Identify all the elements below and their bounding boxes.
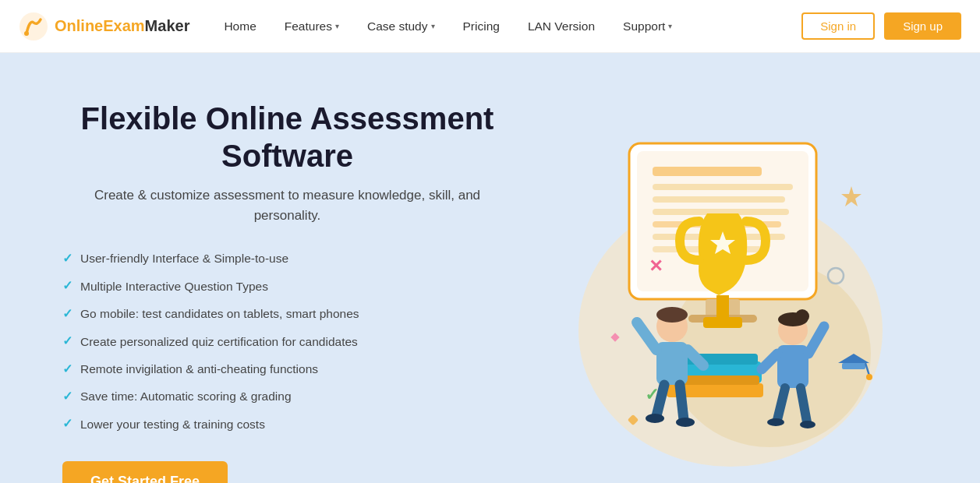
nav-buttons: Sign in Sign up — [801, 12, 961, 40]
nav-support[interactable]: Support ▾ — [610, 13, 685, 40]
signup-button[interactable]: Sign up — [884, 12, 961, 40]
hero-illustration: ✕ ✓ — [512, 92, 918, 483]
check-icon-1: ✓ — [62, 250, 73, 267]
list-item: ✓ Create personalized quiz certification… — [62, 333, 512, 350]
svg-text:✓: ✓ — [645, 385, 659, 404]
nav-lan[interactable]: LAN Version — [515, 13, 607, 40]
check-icon-2: ✓ — [62, 277, 73, 294]
navbar: OnlineExamMaker Home Features ▾ Case stu… — [0, 0, 980, 53]
svg-text:✕: ✕ — [649, 256, 663, 276]
features-list: ✓ User-friendly Interface & Simple-to-us… — [62, 250, 512, 433]
nav-links: Home Features ▾ Case study ▾ Pricing LAN… — [211, 13, 801, 40]
svg-rect-7 — [653, 184, 793, 190]
check-icon-5: ✓ — [62, 361, 73, 378]
svg-point-29 — [646, 414, 664, 423]
hero-title: Flexible Online Assessment Software — [62, 100, 512, 175]
features-arrow-icon: ▾ — [335, 22, 339, 30]
nav-pricing[interactable]: Pricing — [451, 13, 512, 40]
hero-content: Flexible Online Assessment Software Crea… — [62, 92, 512, 483]
nav-casestudy[interactable]: Case study ▾ — [355, 13, 448, 40]
svg-rect-6 — [653, 167, 762, 176]
svg-point-0 — [19, 12, 48, 41]
list-item: ✓ Save time: Automatic scoring & grading — [62, 388, 512, 405]
svg-point-23 — [656, 307, 688, 323]
check-icon-4: ✓ — [62, 333, 73, 350]
casestudy-arrow-icon: ▾ — [431, 22, 435, 30]
svg-point-39 — [767, 418, 784, 426]
svg-rect-15 — [716, 295, 729, 319]
hero-subtitle: Create & customize assessment to measure… — [62, 185, 512, 225]
list-item: ✓ Multiple Interactive Question Types — [62, 277, 512, 294]
logo-text: OnlineExamMaker — [55, 17, 189, 35]
svg-point-33 — [795, 309, 809, 323]
hero-svg: ✕ ✓ — [528, 97, 902, 478]
get-started-button[interactable]: Get Started Free — [62, 461, 228, 483]
hero-section: Flexible Online Assessment Software Crea… — [0, 53, 980, 483]
list-item: ✓ Go mobile: test candidates on tablets,… — [62, 305, 512, 323]
svg-line-38 — [801, 388, 807, 422]
logo-icon — [19, 12, 48, 41]
svg-rect-16 — [703, 317, 742, 328]
list-item: ✓ Lower your testing & training costs — [62, 415, 512, 432]
svg-rect-45 — [842, 363, 865, 369]
list-item: ✓ Remote invigilation & anti-cheating fu… — [62, 361, 512, 378]
svg-point-30 — [676, 418, 695, 427]
svg-rect-34 — [777, 345, 808, 388]
svg-point-40 — [800, 421, 815, 428]
list-item: ✓ User-friendly Interface & Simple-to-us… — [62, 250, 512, 267]
signin-button[interactable]: Sign in — [801, 12, 875, 40]
svg-point-48 — [866, 374, 872, 380]
logo[interactable]: OnlineExamMaker — [19, 12, 189, 41]
svg-line-28 — [680, 385, 684, 420]
check-icon-6: ✓ — [62, 388, 73, 405]
check-icon-3: ✓ — [62, 305, 73, 323]
nav-home[interactable]: Home — [211, 13, 268, 40]
svg-point-1 — [24, 31, 29, 36]
svg-rect-8 — [653, 196, 785, 203]
support-arrow-icon: ▾ — [668, 22, 672, 30]
nav-features[interactable]: Features ▾ — [272, 13, 352, 40]
svg-marker-49 — [841, 186, 861, 206]
check-icon-7: ✓ — [62, 415, 73, 432]
